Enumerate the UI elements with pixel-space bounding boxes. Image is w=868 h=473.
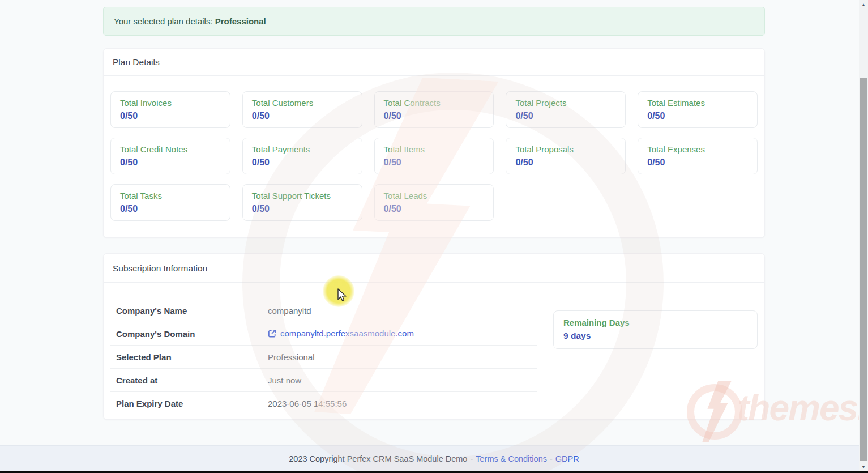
- footer-separator: -: [470, 454, 473, 463]
- plan-alert-plan-name: Professional: [215, 16, 266, 26]
- stat-card-total-payments: Total Payments 0/50: [242, 138, 362, 174]
- stat-value: 0/50: [252, 203, 353, 215]
- remaining-days-value: 9 days: [563, 330, 747, 342]
- plan-details-card: Plan Details Total Invoices 0/50 Total C…: [103, 48, 765, 238]
- plan-alert: Your selected plan details: Professional: [103, 7, 765, 36]
- stat-card-total-invoices: Total Invoices 0/50: [110, 91, 230, 128]
- footer: 2023 Copyright Perfex CRM SaaS Module De…: [0, 445, 868, 471]
- footer-separator: -: [550, 454, 553, 463]
- stat-card-total-items: Total Items 0/50: [374, 138, 494, 174]
- stat-label: Total Customers: [252, 97, 353, 109]
- stat-card-total-proposals: Total Proposals 0/50: [506, 138, 626, 174]
- plan-alert-text: Your selected plan details:: [114, 16, 213, 26]
- stat-label: Total Leads: [384, 190, 485, 202]
- stat-label: Total Proposals: [515, 144, 616, 155]
- row-label: Company's Domain: [116, 329, 268, 339]
- stat-card-total-contracts: Total Contracts 0/50: [374, 91, 494, 128]
- table-row-company-domain: Company's Domain companyltd.perfexsaasmo…: [110, 322, 537, 345]
- stat-value: 0/50: [384, 203, 485, 215]
- stat-card-total-tasks: Total Tasks 0/50: [110, 184, 230, 221]
- stat-value: 0/50: [515, 110, 616, 122]
- stat-label: Total Contracts: [384, 97, 485, 109]
- row-label: Company's Name: [116, 306, 268, 316]
- stat-value: 0/50: [120, 156, 221, 169]
- stat-card-total-projects: Total Projects 0/50: [506, 91, 626, 128]
- plan-stats-grid: Total Invoices 0/50 Total Customers 0/50…: [104, 76, 764, 237]
- stat-card-total-leads: Total Leads 0/50: [374, 184, 494, 221]
- plan-details-title: Plan Details: [104, 49, 764, 76]
- company-domain-link[interactable]: companyltd.perfexsaasmodule.com: [268, 329, 414, 338]
- stat-label: Total Estimates: [647, 97, 748, 109]
- stat-card-total-support-tickets: Total Support Tickets 0/50: [242, 184, 362, 221]
- stat-value: 0/50: [384, 110, 485, 122]
- stat-label: Total Expenses: [647, 144, 748, 155]
- company-domain-text: companyltd.perfexsaasmodule.com: [280, 329, 414, 338]
- stat-card-total-credit-notes: Total Credit Notes 0/50: [110, 138, 230, 174]
- row-label: Plan Expiry Date: [116, 399, 268, 408]
- stat-card-total-estimates: Total Estimates 0/50: [638, 91, 758, 128]
- stat-value: 0/50: [384, 156, 485, 169]
- stat-label: Total Projects: [515, 97, 616, 109]
- vertical-scrollbar[interactable]: ▲ ▼: [859, 0, 868, 471]
- footer-copyright: 2023 Copyright Perfex CRM SaaS Module De…: [289, 454, 467, 463]
- remaining-days-card: Remaining Days 9 days: [553, 310, 758, 349]
- terms-conditions-link[interactable]: Terms & Conditions: [476, 454, 547, 463]
- stat-label: Total Items: [384, 144, 485, 155]
- row-value: Just now: [268, 376, 301, 385]
- stat-label: Total Support Tickets: [252, 190, 353, 202]
- row-label: Selected Plan: [116, 352, 268, 362]
- external-link-icon: [268, 329, 276, 338]
- stat-value: 0/50: [647, 110, 748, 122]
- stat-card-total-expenses: Total Expenses 0/50: [638, 138, 758, 174]
- stat-label: Total Payments: [252, 144, 353, 155]
- table-row-company-name: Company's Name companyltd: [110, 299, 537, 322]
- scrollbar-up-arrow-icon[interactable]: ▲: [859, 0, 868, 9]
- stat-value: 0/50: [120, 203, 221, 215]
- subscription-title: Subscription Information: [104, 254, 764, 283]
- scrollbar-down-arrow-icon[interactable]: ▼: [859, 462, 868, 471]
- row-value: companyltd: [268, 306, 311, 316]
- stat-card-total-customers: Total Customers 0/50: [242, 91, 362, 128]
- stat-value: 0/50: [515, 156, 616, 169]
- table-row-plan-expiry-date: Plan Expiry Date 2023-06-05 14:55:56: [110, 391, 537, 415]
- table-row-selected-plan: Selected Plan Professional: [110, 345, 537, 368]
- page-background: Your selected plan details: Professional…: [0, 0, 868, 473]
- stat-value: 0/50: [120, 110, 221, 122]
- row-label: Created at: [116, 376, 268, 385]
- stat-value: 0/50: [647, 156, 748, 169]
- subscription-table: Company's Name companyltd Company's Doma…: [110, 299, 537, 415]
- stat-value: 0/50: [252, 110, 353, 122]
- row-value: Professional: [268, 352, 315, 362]
- remaining-days-label: Remaining Days: [563, 317, 747, 329]
- table-row-created-at: Created at Just now: [110, 368, 537, 391]
- subscription-card: Subscription Information Company's Name …: [103, 253, 765, 420]
- stat-label: Total Credit Notes: [120, 144, 221, 155]
- stat-label: Total Invoices: [120, 97, 221, 109]
- row-value: 2023-06-05 14:55:56: [268, 399, 347, 408]
- scrollbar-thumb[interactable]: [860, 78, 867, 461]
- gdpr-link[interactable]: GDPR: [555, 454, 579, 463]
- stat-value: 0/50: [252, 156, 353, 169]
- stat-label: Total Tasks: [120, 190, 221, 202]
